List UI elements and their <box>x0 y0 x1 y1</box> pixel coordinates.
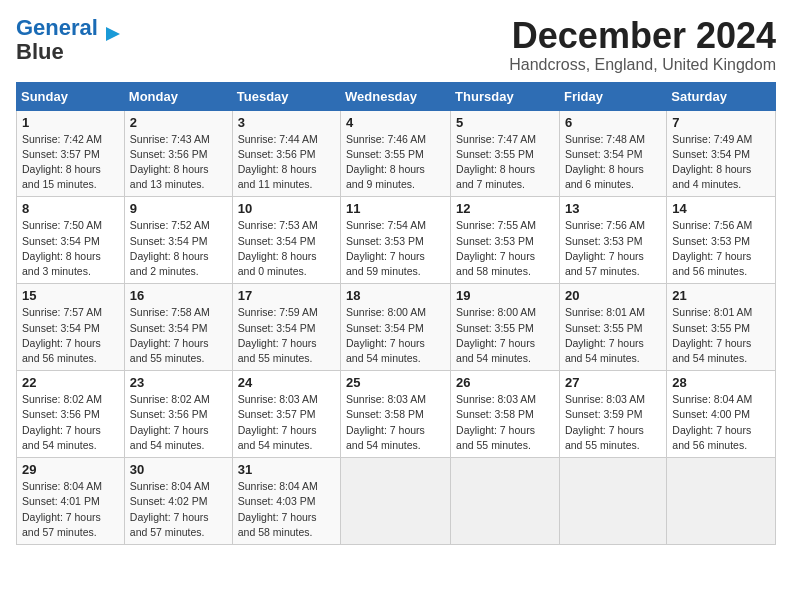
day-number: 22 <box>22 375 119 390</box>
day-number: 30 <box>130 462 227 477</box>
day-number: 21 <box>672 288 770 303</box>
calendar-day-cell: 8Sunrise: 7:50 AMSunset: 3:54 PMDaylight… <box>17 197 125 284</box>
calendar-title-block: December 2024 Handcross, England, United… <box>509 16 776 74</box>
day-info: Sunrise: 7:49 AMSunset: 3:54 PMDaylight:… <box>672 132 770 193</box>
day-info: Sunrise: 7:50 AMSunset: 3:54 PMDaylight:… <box>22 218 119 279</box>
day-info: Sunrise: 8:00 AMSunset: 3:54 PMDaylight:… <box>346 305 445 366</box>
day-number: 23 <box>130 375 227 390</box>
day-number: 31 <box>238 462 335 477</box>
calendar-day-cell: 5Sunrise: 7:47 AMSunset: 3:55 PMDaylight… <box>451 110 560 197</box>
calendar-day-cell: 29Sunrise: 8:04 AMSunset: 4:01 PMDayligh… <box>17 458 125 545</box>
calendar-day-cell: 19Sunrise: 8:00 AMSunset: 3:55 PMDayligh… <box>451 284 560 371</box>
calendar-week-row: 8Sunrise: 7:50 AMSunset: 3:54 PMDaylight… <box>17 197 776 284</box>
day-info: Sunrise: 7:52 AMSunset: 3:54 PMDaylight:… <box>130 218 227 279</box>
day-number: 9 <box>130 201 227 216</box>
day-number: 8 <box>22 201 119 216</box>
weekday-header-row: SundayMondayTuesdayWednesdayThursdayFrid… <box>17 82 776 110</box>
day-number: 18 <box>346 288 445 303</box>
day-number: 4 <box>346 115 445 130</box>
calendar-day-cell: 17Sunrise: 7:59 AMSunset: 3:54 PMDayligh… <box>232 284 340 371</box>
day-info: Sunrise: 8:01 AMSunset: 3:55 PMDaylight:… <box>672 305 770 366</box>
calendar-day-cell <box>341 458 451 545</box>
calendar-day-cell: 23Sunrise: 8:02 AMSunset: 3:56 PMDayligh… <box>124 371 232 458</box>
calendar-day-cell: 25Sunrise: 8:03 AMSunset: 3:58 PMDayligh… <box>341 371 451 458</box>
page-header: General Blue December 2024 Handcross, En… <box>16 16 776 74</box>
day-number: 11 <box>346 201 445 216</box>
day-number: 26 <box>456 375 554 390</box>
day-info: Sunrise: 8:02 AMSunset: 3:56 PMDaylight:… <box>22 392 119 453</box>
day-number: 7 <box>672 115 770 130</box>
calendar-day-cell: 15Sunrise: 7:57 AMSunset: 3:54 PMDayligh… <box>17 284 125 371</box>
weekday-header-saturday: Saturday <box>667 82 776 110</box>
calendar-day-cell: 16Sunrise: 7:58 AMSunset: 3:54 PMDayligh… <box>124 284 232 371</box>
calendar-day-cell: 3Sunrise: 7:44 AMSunset: 3:56 PMDaylight… <box>232 110 340 197</box>
logo: General Blue <box>16 16 124 64</box>
day-info: Sunrise: 8:03 AMSunset: 3:57 PMDaylight:… <box>238 392 335 453</box>
calendar-day-cell: 30Sunrise: 8:04 AMSunset: 4:02 PMDayligh… <box>124 458 232 545</box>
calendar-day-cell: 4Sunrise: 7:46 AMSunset: 3:55 PMDaylight… <box>341 110 451 197</box>
day-info: Sunrise: 8:03 AMSunset: 3:58 PMDaylight:… <box>346 392 445 453</box>
day-number: 3 <box>238 115 335 130</box>
calendar-day-cell <box>559 458 666 545</box>
day-info: Sunrise: 8:04 AMSunset: 4:03 PMDaylight:… <box>238 479 335 540</box>
day-number: 13 <box>565 201 661 216</box>
day-info: Sunrise: 7:43 AMSunset: 3:56 PMDaylight:… <box>130 132 227 193</box>
day-number: 14 <box>672 201 770 216</box>
day-info: Sunrise: 7:42 AMSunset: 3:57 PMDaylight:… <box>22 132 119 193</box>
day-info: Sunrise: 7:47 AMSunset: 3:55 PMDaylight:… <box>456 132 554 193</box>
calendar-day-cell: 24Sunrise: 8:03 AMSunset: 3:57 PMDayligh… <box>232 371 340 458</box>
calendar-day-cell: 14Sunrise: 7:56 AMSunset: 3:53 PMDayligh… <box>667 197 776 284</box>
day-info: Sunrise: 7:44 AMSunset: 3:56 PMDaylight:… <box>238 132 335 193</box>
calendar-day-cell <box>667 458 776 545</box>
calendar-day-cell: 6Sunrise: 7:48 AMSunset: 3:54 PMDaylight… <box>559 110 666 197</box>
calendar-day-cell: 2Sunrise: 7:43 AMSunset: 3:56 PMDaylight… <box>124 110 232 197</box>
calendar-day-cell <box>451 458 560 545</box>
day-info: Sunrise: 8:01 AMSunset: 3:55 PMDaylight:… <box>565 305 661 366</box>
day-info: Sunrise: 8:04 AMSunset: 4:02 PMDaylight:… <box>130 479 227 540</box>
calendar-day-cell: 9Sunrise: 7:52 AMSunset: 3:54 PMDaylight… <box>124 197 232 284</box>
calendar-body: 1Sunrise: 7:42 AMSunset: 3:57 PMDaylight… <box>17 110 776 544</box>
calendar-week-row: 1Sunrise: 7:42 AMSunset: 3:57 PMDaylight… <box>17 110 776 197</box>
day-number: 6 <box>565 115 661 130</box>
calendar-week-row: 29Sunrise: 8:04 AMSunset: 4:01 PMDayligh… <box>17 458 776 545</box>
calendar-day-cell: 11Sunrise: 7:54 AMSunset: 3:53 PMDayligh… <box>341 197 451 284</box>
day-info: Sunrise: 7:46 AMSunset: 3:55 PMDaylight:… <box>346 132 445 193</box>
day-number: 5 <box>456 115 554 130</box>
calendar-day-cell: 27Sunrise: 8:03 AMSunset: 3:59 PMDayligh… <box>559 371 666 458</box>
day-info: Sunrise: 8:04 AMSunset: 4:01 PMDaylight:… <box>22 479 119 540</box>
calendar-subtitle: Handcross, England, United Kingdom <box>509 56 776 74</box>
day-info: Sunrise: 7:57 AMSunset: 3:54 PMDaylight:… <box>22 305 119 366</box>
day-number: 15 <box>22 288 119 303</box>
day-info: Sunrise: 8:02 AMSunset: 3:56 PMDaylight:… <box>130 392 227 453</box>
calendar-day-cell: 20Sunrise: 8:01 AMSunset: 3:55 PMDayligh… <box>559 284 666 371</box>
day-info: Sunrise: 7:56 AMSunset: 3:53 PMDaylight:… <box>565 218 661 279</box>
day-info: Sunrise: 7:55 AMSunset: 3:53 PMDaylight:… <box>456 218 554 279</box>
day-number: 16 <box>130 288 227 303</box>
day-number: 25 <box>346 375 445 390</box>
day-number: 12 <box>456 201 554 216</box>
day-info: Sunrise: 7:58 AMSunset: 3:54 PMDaylight:… <box>130 305 227 366</box>
day-number: 17 <box>238 288 335 303</box>
weekday-header-thursday: Thursday <box>451 82 560 110</box>
day-info: Sunrise: 8:00 AMSunset: 3:55 PMDaylight:… <box>456 305 554 366</box>
day-info: Sunrise: 8:03 AMSunset: 3:58 PMDaylight:… <box>456 392 554 453</box>
day-info: Sunrise: 7:59 AMSunset: 3:54 PMDaylight:… <box>238 305 335 366</box>
weekday-header-monday: Monday <box>124 82 232 110</box>
calendar-day-cell: 10Sunrise: 7:53 AMSunset: 3:54 PMDayligh… <box>232 197 340 284</box>
day-number: 28 <box>672 375 770 390</box>
day-info: Sunrise: 7:48 AMSunset: 3:54 PMDaylight:… <box>565 132 661 193</box>
calendar-day-cell: 7Sunrise: 7:49 AMSunset: 3:54 PMDaylight… <box>667 110 776 197</box>
svg-marker-0 <box>106 27 120 41</box>
day-number: 24 <box>238 375 335 390</box>
day-number: 29 <box>22 462 119 477</box>
day-info: Sunrise: 7:54 AMSunset: 3:53 PMDaylight:… <box>346 218 445 279</box>
calendar-header: SundayMondayTuesdayWednesdayThursdayFrid… <box>17 82 776 110</box>
calendar-day-cell: 22Sunrise: 8:02 AMSunset: 3:56 PMDayligh… <box>17 371 125 458</box>
day-number: 1 <box>22 115 119 130</box>
day-info: Sunrise: 8:04 AMSunset: 4:00 PMDaylight:… <box>672 392 770 453</box>
calendar-day-cell: 13Sunrise: 7:56 AMSunset: 3:53 PMDayligh… <box>559 197 666 284</box>
weekday-header-friday: Friday <box>559 82 666 110</box>
day-number: 2 <box>130 115 227 130</box>
calendar-week-row: 15Sunrise: 7:57 AMSunset: 3:54 PMDayligh… <box>17 284 776 371</box>
logo-text: General Blue <box>16 16 98 64</box>
